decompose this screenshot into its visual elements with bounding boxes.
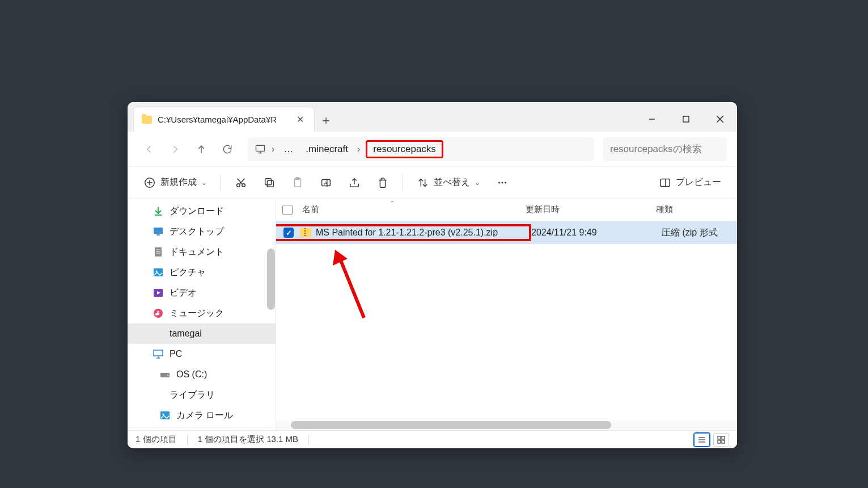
column-headers: 名前⌃ 更新日時 種類 xyxy=(276,199,737,221)
select-all-checkbox[interactable] xyxy=(276,205,299,215)
view-tiles-button[interactable] xyxy=(713,433,729,447)
svg-rect-15 xyxy=(267,180,273,187)
svg-rect-55 xyxy=(718,436,721,439)
tab-close-icon[interactable]: ✕ xyxy=(294,112,306,127)
svg-rect-34 xyxy=(155,247,162,256)
search-input[interactable]: resourcepacksの検索 xyxy=(603,137,727,161)
tab-active[interactable]: C:¥Users¥tamegai¥AppData¥R ✕ xyxy=(133,107,315,132)
video-icon xyxy=(153,287,164,298)
status-bar: 1 個の項目 1 個の項目を選択 13.1 MB xyxy=(128,430,737,448)
share-button[interactable] xyxy=(341,171,367,194)
chevron-right-icon: › xyxy=(272,144,274,154)
folder-icon xyxy=(142,116,152,124)
svg-point-27 xyxy=(505,182,506,183)
svg-point-25 xyxy=(498,182,500,183)
sidebar-item-label: ピクチャ xyxy=(170,267,206,279)
sidebar-item-ダウンロード[interactable]: ダウンロード xyxy=(128,201,276,221)
svg-rect-56 xyxy=(722,436,725,439)
column-type[interactable]: 種類 xyxy=(656,204,737,215)
pc-icon xyxy=(153,348,164,360)
sidebar-item-label: ミュージック xyxy=(170,308,224,319)
new-tab-button[interactable]: ＋ xyxy=(315,109,337,132)
sidebar-item-ピクチャ[interactable]: ピクチャ xyxy=(128,262,276,283)
breadcrumb-resourcepacks[interactable]: resourcepacks xyxy=(366,140,443,158)
sidebar-item-ビデオ[interactable]: ビデオ xyxy=(128,283,276,303)
sort-button[interactable]: 並べ替え ⌄ xyxy=(410,171,487,194)
up-button[interactable] xyxy=(190,138,213,161)
scrollbar-thumb[interactable] xyxy=(291,421,611,429)
sidebar-item-ミュージック[interactable]: ミュージック xyxy=(128,303,276,323)
breadcrumb-minecraft[interactable]: .minecraft xyxy=(302,141,352,157)
sort-indicator-icon: ⌃ xyxy=(389,200,395,207)
document-icon xyxy=(153,246,164,258)
window-controls xyxy=(635,107,737,132)
sidebar-item-PC[interactable]: PC xyxy=(128,344,276,364)
sidebar-item-label: tamegai xyxy=(170,329,202,339)
sidebar-item-label: ライブラリ xyxy=(170,389,215,401)
pc-icon xyxy=(255,144,266,155)
sidebar-item-カメラ ロール[interactable]: カメラ ロール xyxy=(128,405,276,426)
sidebar[interactable]: ダウンロードデスクトップドキュメントピクチャビデオミュージックtamegaiPC… xyxy=(128,199,276,430)
zip-icon xyxy=(300,228,311,237)
svg-rect-38 xyxy=(154,268,163,276)
column-date[interactable]: 更新日時 xyxy=(526,204,656,215)
chevron-down-icon: ⌄ xyxy=(201,179,207,187)
sidebar-item-label: ドキュメント xyxy=(170,246,224,258)
address-bar[interactable]: › … .minecraft › resourcepacks xyxy=(248,137,594,161)
body: ダウンロードデスクトップドキュメントピクチャビデオミュージックtamegaiPC… xyxy=(128,199,737,430)
refresh-button[interactable] xyxy=(216,138,239,161)
sidebar-item-OS (C:)[interactable]: OS (C:) xyxy=(128,364,276,385)
sidebar-item-label: デスクトップ xyxy=(170,226,224,238)
status-item-count: 1 個の項目 xyxy=(136,434,177,445)
folder-icon xyxy=(153,328,164,339)
separator xyxy=(403,175,403,191)
separator xyxy=(221,175,221,191)
preview-button[interactable]: プレビュー xyxy=(652,171,728,194)
delete-button[interactable] xyxy=(370,171,396,194)
breadcrumb-ellipsis[interactable]: … xyxy=(280,141,297,157)
file-name: MS Painted for 1.21-1.21.2-pre3 (v2.25.1… xyxy=(316,228,498,238)
file-type: 圧縮 (zip 形式 xyxy=(662,227,737,239)
svg-point-47 xyxy=(167,375,168,376)
file-row[interactable]: MS Painted for 1.21-1.21.2-pre3 (v2.25.1… xyxy=(276,221,737,244)
close-window-button[interactable] xyxy=(703,107,737,132)
rename-button[interactable]: A xyxy=(313,171,339,194)
column-name[interactable]: 名前⌃ xyxy=(299,204,526,215)
drive-icon xyxy=(159,369,171,380)
back-button[interactable] xyxy=(138,138,160,161)
minimize-button[interactable] xyxy=(635,107,669,132)
svg-rect-58 xyxy=(722,440,725,443)
sidebar-item-ドキュメント[interactable]: ドキュメント xyxy=(128,242,276,262)
sidebar-item-ライブラリ[interactable]: ライブラリ xyxy=(128,385,276,405)
new-button[interactable]: 新規作成 ⌄ xyxy=(137,171,214,194)
maximize-button[interactable] xyxy=(669,107,703,132)
separator xyxy=(187,435,188,445)
scrollbar-thumb[interactable] xyxy=(267,249,275,310)
horizontal-scrollbar[interactable] xyxy=(276,420,737,430)
copy-button[interactable] xyxy=(256,171,282,194)
picture-icon xyxy=(153,267,164,278)
more-button[interactable] xyxy=(489,171,515,194)
picture-icon xyxy=(159,410,171,421)
forward-button[interactable] xyxy=(164,138,187,161)
separator xyxy=(308,435,309,445)
search-placeholder: resourcepacksの検索 xyxy=(610,142,702,155)
view-toggles xyxy=(694,433,729,447)
svg-rect-16 xyxy=(265,178,272,184)
sidebar-item-tamegai[interactable]: tamegai xyxy=(128,323,276,344)
toolbar: 新規作成 ⌄ A 並べ替え ⌄ プレビュー xyxy=(128,167,737,199)
svg-rect-43 xyxy=(154,350,163,356)
view-details-button[interactable] xyxy=(694,433,710,447)
sidebar-item-デスクトップ[interactable]: デスクトップ xyxy=(128,221,276,242)
chevron-down-icon: ⌄ xyxy=(475,179,480,187)
svg-rect-1 xyxy=(683,116,689,122)
explorer-window: C:¥Users¥tamegai¥AppData¥R ✕ ＋ › … .mine… xyxy=(128,102,737,448)
svg-rect-28 xyxy=(660,179,670,186)
file-date: 2024/11/21 9:49 xyxy=(531,228,662,238)
paste-button[interactable] xyxy=(285,171,311,194)
row-checkbox[interactable] xyxy=(277,228,300,238)
sidebar-item-label: PC xyxy=(170,349,182,359)
svg-rect-5 xyxy=(256,145,265,151)
cut-button[interactable] xyxy=(228,171,254,194)
sidebar-item-label: ダウンロード xyxy=(170,205,224,217)
